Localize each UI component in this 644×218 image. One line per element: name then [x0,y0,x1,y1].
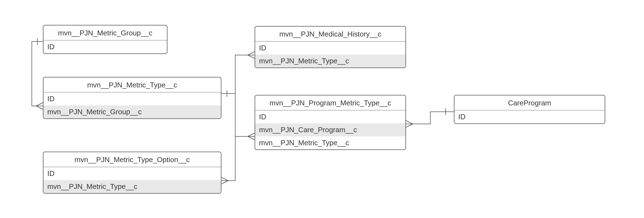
entity-title: mvn__PJN_Metric_Type_Option__c [43,152,221,167]
svg-line-7 [248,55,255,58]
field-id: ID [454,110,605,123]
field-id: ID [43,92,221,105]
svg-line-14 [406,121,413,124]
entity-metric-type-option: mvn__PJN_Metric_Type_Option__c ID mvn__P… [43,152,221,194]
field-metric-type-fk: mvn__PJN_Metric_Type__c [255,54,405,68]
field-id: ID [255,41,405,54]
svg-line-3 [36,106,43,109]
entity-medical-history: mvn__PJN_Medical_History__c ID mvn__PJN_… [255,26,406,68]
er-diagram-canvas: mvn__PJN_Metric_Group__c ID mvn__PJN_Met… [0,0,644,218]
entity-metric-type: mvn__PJN_Metric_Type__c ID mvn__PJN_Metr… [43,77,221,119]
svg-line-13 [221,181,228,184]
svg-line-5 [248,52,255,55]
svg-line-10 [248,136,255,140]
entity-title: mvn__PJN_Program_Metric_Type__c [255,95,405,110]
field-metric-type-fk: mvn__PJN_Metric_Type__c [43,180,221,193]
svg-line-16 [406,124,413,127]
entity-title: mvn__PJN_Metric_Group__c [43,25,167,40]
field-care-program-fk: mvn__PJN_Care_Program__c [255,123,405,136]
svg-line-8 [248,133,255,136]
entity-title: mvn__PJN_Metric_Type__c [43,77,221,92]
field-id: ID [255,110,405,123]
svg-line-1 [36,103,43,106]
svg-line-11 [221,177,228,181]
field-id: ID [43,40,167,53]
field-id: ID [43,167,221,180]
entity-program-metric-type: mvn__PJN_Program_Metric_Type__c ID mvn__… [255,95,406,150]
entity-care-program: CareProgram ID [454,95,605,124]
field-metric-type-fk: mvn__PJN_Metric_Type__c [255,136,405,149]
field-metric-group-fk: mvn__PJN_Metric_Group__c [43,105,221,118]
entity-metric-group: mvn__PJN_Metric_Group__c ID [43,25,167,54]
entity-title: mvn__PJN_Medical_History__c [255,27,405,41]
entity-title: CareProgram [454,95,605,110]
